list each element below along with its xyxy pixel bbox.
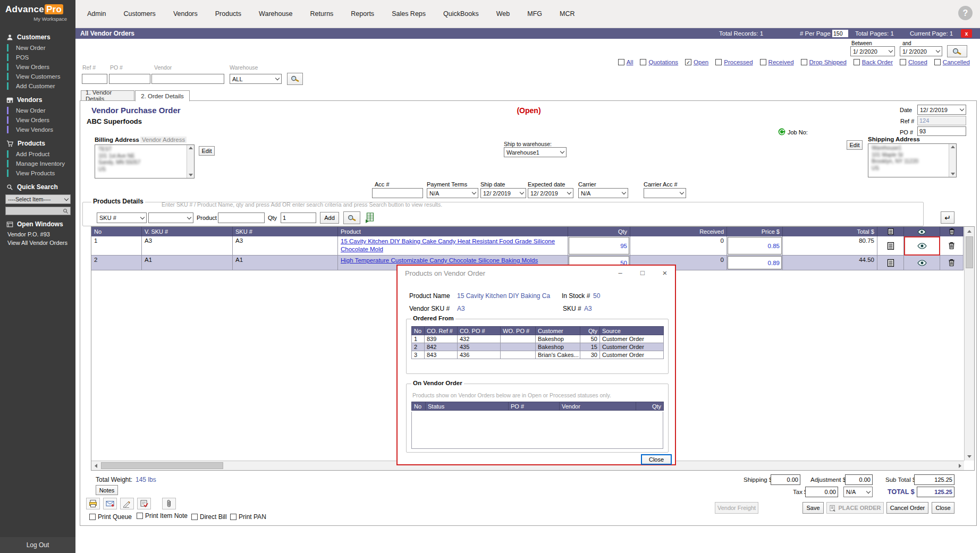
filter-checkbox-cancelled[interactable]: Cancelled — [934, 59, 970, 65]
add-button[interactable]: Add — [320, 212, 339, 224]
return-button[interactable]: ↵ — [941, 211, 954, 224]
checkbox-icon[interactable] — [934, 59, 941, 65]
tab-order-details[interactable]: 2. Order Details — [135, 90, 190, 101]
date-to-dropdown[interactable]: 1/ 2/2020 — [900, 46, 942, 56]
filter-checkbox-all[interactable]: All — [618, 59, 633, 65]
adjustment-input[interactable] — [845, 474, 873, 485]
sidebar-item-vendors-new-order[interactable]: New Order — [0, 106, 75, 115]
notes-button[interactable]: Notes — [96, 485, 118, 495]
ship-to-warehouse-dropdown[interactable]: Warehouse1 — [504, 147, 567, 157]
sidebar-item-view-products[interactable]: View Products — [0, 168, 75, 178]
carrier-acc-dropdown[interactable] — [644, 188, 686, 198]
per-page-input[interactable] — [832, 30, 848, 37]
shipping-input[interactable] — [771, 474, 800, 485]
open-window-vendor-po[interactable]: Vendor P.O. #93 — [0, 230, 75, 239]
nav-item-reports[interactable]: Reports — [351, 10, 374, 18]
date-search-button[interactable] — [947, 45, 967, 57]
tab-billing-address[interactable]: Billing Address — [95, 137, 139, 143]
order-date-dropdown[interactable]: 12/ 2/2019 — [917, 105, 966, 115]
checkbox-icon[interactable] — [715, 59, 722, 65]
tab-vendor-address[interactable]: Vendor Address — [140, 137, 187, 143]
sidebar-item-view-orders[interactable]: View Orders — [0, 62, 75, 72]
nav-item-products[interactable]: Products — [215, 10, 241, 18]
checkbox-icon[interactable] — [89, 514, 96, 520]
product-link[interactable]: High Temperature Customizable Candy Choc… — [341, 257, 538, 265]
row-qty-input[interactable] — [569, 237, 629, 254]
checkbox-icon[interactable] — [801, 59, 807, 65]
acc-input[interactable] — [372, 188, 423, 198]
nav-item-quickbooks[interactable]: QuickBooks — [443, 10, 479, 18]
row-price-input[interactable] — [728, 237, 782, 254]
po-filter-input[interactable] — [109, 74, 150, 84]
checkbox-icon[interactable] — [137, 513, 143, 519]
payment-terms-dropdown[interactable]: N/A — [427, 188, 478, 198]
checkbox-icon[interactable] — [640, 59, 646, 65]
cancel-order-button[interactable]: Cancel Order — [886, 502, 928, 514]
print-item-note-checkbox[interactable]: Print Item Note — [137, 512, 188, 520]
nav-item-mfg[interactable]: MFG — [527, 10, 542, 18]
direct-bill-checkbox[interactable]: Direct Bill — [191, 513, 227, 521]
row-price-input[interactable] — [728, 256, 782, 269]
row-note-button[interactable] — [877, 256, 904, 270]
warehouse-filter-dropdown[interactable]: ALL — [230, 74, 282, 84]
product-search-input[interactable] — [218, 212, 265, 223]
sidebar-item-view-customers[interactable]: View Customers — [0, 72, 75, 81]
logout-button[interactable]: Log Out — [0, 537, 75, 553]
ship-date-dropdown[interactable]: 12/ 2/2019 — [480, 188, 526, 198]
checkbox-checked-icon[interactable]: ✓ — [685, 59, 691, 65]
nav-item-warehouse[interactable]: Warehouse — [259, 10, 292, 18]
nav-item-mcr[interactable]: MCR — [560, 10, 575, 18]
attachment-button[interactable] — [162, 498, 176, 509]
vendor-filter-input[interactable] — [151, 74, 224, 84]
checkbox-icon[interactable] — [760, 59, 766, 65]
checkbox-icon[interactable] — [191, 514, 198, 520]
close-button[interactable]: Close — [932, 502, 954, 514]
nav-item-admin[interactable]: Admin — [87, 10, 106, 18]
nav-item-vendors[interactable]: Vendors — [173, 10, 198, 18]
filter-checkbox-quotations[interactable]: Quotations — [640, 59, 678, 65]
sidebar-item-pos[interactable]: POS — [0, 53, 75, 62]
sku-value-dropdown[interactable] — [148, 212, 193, 223]
job-icon[interactable] — [778, 128, 785, 135]
filter-checkbox-received[interactable]: Received — [760, 59, 794, 65]
filter-checkbox-closed[interactable]: Closed — [900, 59, 927, 65]
checkbox-icon[interactable] — [900, 59, 906, 65]
sidebar-item-add-product[interactable]: Add Product — [0, 149, 75, 159]
table-row[interactable]: 1839432Bakeshop50Customer Order — [412, 335, 664, 343]
checkbox-icon[interactable] — [618, 59, 624, 65]
checkbox-icon[interactable] — [230, 514, 236, 520]
print-check-button[interactable] — [137, 498, 151, 509]
date-from-dropdown[interactable]: 1/ 2/2020 — [850, 46, 895, 56]
filter-checkbox-back-order[interactable]: Back Order — [854, 59, 893, 65]
minimize-icon[interactable]: – — [612, 268, 628, 278]
edit-billing-button[interactable]: Edit — [199, 146, 215, 156]
carrier-dropdown[interactable]: N/A — [578, 188, 628, 198]
quick-search-input[interactable] — [5, 207, 71, 215]
address-scrollbar[interactable] — [949, 144, 956, 177]
quick-search-select[interactable]: ----Select Item---- — [5, 194, 71, 204]
table-row[interactable]: 3843436Brian's Cakes...30Customer Order — [412, 351, 664, 359]
excel-import-icon[interactable] — [365, 212, 374, 223]
tax-type-dropdown[interactable]: N/A — [843, 487, 873, 497]
help-icon[interactable]: ? — [958, 6, 973, 20]
dialog-close-button[interactable]: Close — [641, 454, 672, 465]
expected-date-dropdown[interactable]: 12/ 2/2019 — [528, 188, 573, 198]
nav-item-customers[interactable]: Customers — [123, 10, 155, 18]
open-window-all-vendor-orders[interactable]: View All Vendor Orders — [0, 239, 75, 247]
tax-input[interactable] — [805, 487, 838, 497]
tab-vendor-details[interactable]: 1. Vendor Details — [81, 90, 134, 101]
row-eye-button-highlighted[interactable] — [904, 236, 940, 256]
order-po-input[interactable] — [917, 126, 966, 136]
sidebar-item-view-vendors[interactable]: View Vendors — [0, 125, 75, 134]
sidebar-item-manage-inventory[interactable]: Manage Inventory — [0, 159, 75, 168]
filter-search-button[interactable] — [287, 73, 303, 85]
print-pan-checkbox[interactable]: Print PAN — [230, 513, 266, 521]
filter-checkbox-processed[interactable]: Processed — [715, 59, 753, 65]
sidebar-item-customers-new-order[interactable]: New Order — [0, 43, 75, 53]
checkbox-icon[interactable] — [854, 59, 860, 65]
email-button[interactable] — [103, 498, 117, 509]
product-link[interactable]: 15 Cavity Kitchen DIY Baking Cake Candy … — [341, 237, 565, 253]
close-icon[interactable]: × — [657, 268, 673, 278]
filter-checkbox-drop-shipped[interactable]: Drop Shipped — [801, 59, 847, 65]
signature-button[interactable] — [120, 498, 134, 509]
